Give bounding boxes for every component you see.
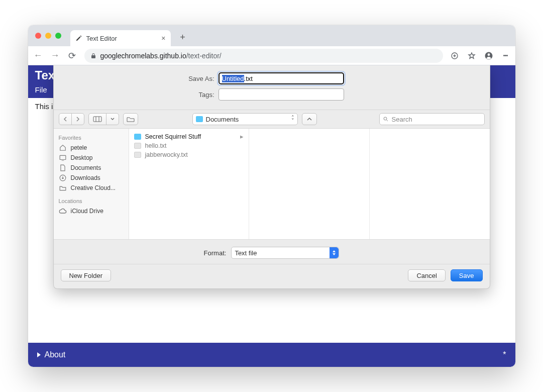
- nav-back-forward[interactable]: [59, 113, 84, 125]
- file-item-label: hello.txt: [145, 142, 167, 149]
- save-as-label: Save As:: [64, 75, 214, 82]
- browser-menu-icon[interactable]: [501, 51, 510, 60]
- dirty-indicator: *: [503, 350, 506, 359]
- about-toggle[interactable]: About: [37, 350, 66, 359]
- url-text: googlechromelabs.github.io/text-editor/: [100, 52, 222, 60]
- sidebar-item-creative-cloud[interactable]: Creative Cloud...: [59, 183, 124, 193]
- minimize-window-icon[interactable]: [45, 33, 51, 39]
- collapse-button[interactable]: [302, 113, 317, 125]
- dialog-footer: New Folder Cancel Save: [54, 264, 490, 288]
- forward-button[interactable]: →: [50, 50, 60, 61]
- home-icon: [59, 144, 67, 151]
- format-row: Format: Text file: [54, 239, 490, 264]
- sidebar-item-documents[interactable]: Documents: [59, 163, 124, 173]
- folder-icon: [134, 134, 141, 140]
- file-item-folder[interactable]: Secret Squirrel Stuff▸: [129, 132, 249, 141]
- documents-icon: [59, 164, 67, 171]
- sidebar-item-label: Desktop: [71, 154, 93, 161]
- toolbar-icons: [450, 51, 510, 60]
- svg-point-2: [487, 53, 490, 56]
- location-dropdown[interactable]: Documents ˄˅: [192, 113, 298, 125]
- save-dialog: Save As: Tags:: [53, 65, 490, 289]
- chevron-right-icon: ▸: [240, 133, 244, 140]
- folder-icon: [196, 116, 203, 122]
- menu-file[interactable]: File: [35, 85, 47, 94]
- app-footer: About *: [28, 343, 515, 367]
- browser-tab[interactable]: Text Editor ×: [70, 30, 171, 46]
- nav-forward-icon[interactable]: [71, 114, 84, 125]
- sidebar-item-label: Creative Cloud...: [71, 184, 116, 191]
- folder-icon: [59, 184, 67, 191]
- nav-back-icon[interactable]: [59, 114, 71, 125]
- file-item[interactable]: jabberwocky.txt: [129, 150, 249, 159]
- file-browser: Favorites petele Desktop Documents Downl…: [54, 129, 490, 239]
- view-mode-button[interactable]: [88, 113, 119, 125]
- sidebar: Favorites petele Desktop Documents Downl…: [54, 129, 129, 239]
- file-column-2: [249, 129, 370, 239]
- location-name: Documents: [206, 116, 239, 123]
- file-column-1: Secret Squirrel Stuff▸ hello.txt jabberw…: [129, 129, 250, 239]
- sidebar-item-desktop[interactable]: Desktop: [59, 153, 124, 163]
- format-value: Text file: [235, 249, 257, 257]
- file-item-label: jabberwocky.txt: [145, 151, 188, 158]
- folder-outline-icon: [127, 116, 135, 122]
- filename-input[interactable]: [219, 72, 344, 84]
- sidebar-item-home[interactable]: petele: [59, 143, 124, 153]
- sidebar-item-label: iCloud Drive: [71, 208, 103, 215]
- tab-title: Text Editor: [86, 35, 117, 42]
- page-content: Text File This is a n About * Save As:: [28, 65, 515, 367]
- pencil-icon: [75, 35, 82, 42]
- sidebar-item-icloud[interactable]: iCloud Drive: [59, 206, 124, 216]
- favorites-header: Favorites: [59, 135, 124, 141]
- address-bar[interactable]: googlechromelabs.github.io/text-editor/: [84, 49, 443, 63]
- install-app-icon[interactable]: [450, 51, 459, 60]
- file-icon: [134, 152, 141, 158]
- cloud-icon: [59, 208, 67, 215]
- about-label: About: [45, 350, 66, 359]
- chevron-up-icon: [307, 117, 312, 121]
- tags-label: Tags:: [64, 91, 214, 99]
- updown-icon: ˄˅: [291, 116, 294, 122]
- window-controls: [32, 25, 66, 46]
- format-label: Format:: [204, 249, 227, 257]
- file-icon: [134, 143, 141, 149]
- triangle-right-icon: [37, 352, 41, 357]
- columns-view-icon: [89, 114, 106, 125]
- svg-rect-5: [60, 155, 66, 159]
- updown-icon: [330, 247, 339, 258]
- back-button[interactable]: ←: [33, 50, 43, 61]
- sidebar-item-downloads[interactable]: Downloads: [59, 173, 124, 183]
- browser-toolbar: ← → ⟳ googlechromelabs.github.io/text-ed…: [28, 46, 515, 65]
- svg-point-4: [384, 117, 387, 120]
- file-column-3: [370, 129, 490, 239]
- close-tab-icon[interactable]: ×: [161, 34, 165, 42]
- svg-rect-3: [93, 117, 101, 122]
- file-item-label: Secret Squirrel Stuff: [145, 133, 201, 140]
- locations-header: Locations: [59, 198, 124, 204]
- new-folder-button[interactable]: New Folder: [61, 269, 111, 281]
- save-button[interactable]: Save: [451, 269, 483, 281]
- zoom-window-icon[interactable]: [55, 33, 61, 39]
- close-window-icon[interactable]: [35, 33, 41, 39]
- search-icon: [383, 116, 389, 122]
- sidebar-item-label: petele: [71, 144, 87, 151]
- new-tab-button[interactable]: +: [176, 30, 190, 44]
- sidebar-item-label: Documents: [71, 164, 101, 171]
- sidebar-item-label: Downloads: [71, 174, 100, 181]
- file-item[interactable]: hello.txt: [129, 141, 249, 150]
- profile-icon[interactable]: [484, 51, 493, 60]
- tab-strip: Text Editor × +: [28, 25, 515, 46]
- search-placeholder: Search: [392, 116, 412, 123]
- group-button[interactable]: [123, 113, 138, 125]
- lock-icon: [90, 53, 96, 59]
- bookmark-star-icon[interactable]: [467, 51, 476, 60]
- tags-input[interactable]: [219, 88, 344, 101]
- format-dropdown[interactable]: Text file: [231, 247, 339, 259]
- browser-window: Text Editor × + ← → ⟳ googlechromelabs.g…: [28, 25, 515, 367]
- downloads-icon: [59, 174, 67, 181]
- cancel-button[interactable]: Cancel: [408, 269, 445, 281]
- file-browser-toolbar: Documents ˄˅ Search: [54, 110, 490, 129]
- search-input[interactable]: Search: [379, 113, 485, 125]
- chevron-down-icon: [106, 114, 119, 125]
- reload-button[interactable]: ⟳: [67, 50, 77, 61]
